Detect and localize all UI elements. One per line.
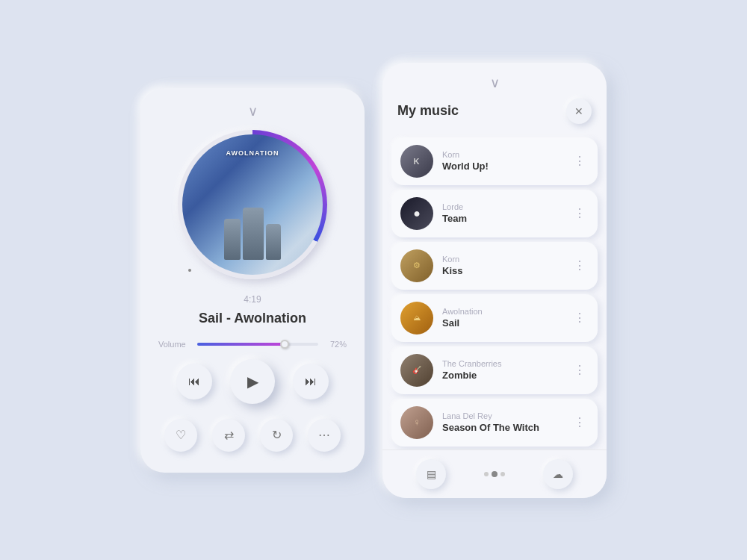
song-info: Awolnation Sail <box>442 307 562 329</box>
song-info: Lorde Team <box>442 202 562 224</box>
song-item[interactable]: ⚙ Korn Kiss ⋮ <box>391 242 598 290</box>
song-artist: Lorde <box>442 202 562 211</box>
song-more-button[interactable]: ⋮ <box>571 360 589 380</box>
album-rocks-decoration <box>224 208 281 260</box>
progress-dot-indicator <box>187 267 193 273</box>
cloud-upload-nav-button[interactable]: ☁ <box>543 459 573 489</box>
next-button[interactable]: ⏭ <box>293 364 329 399</box>
song-item[interactable]: ⛰ Awolnation Sail ⋮ <box>391 294 598 342</box>
song-thumbnail: ⛰ <box>400 302 433 335</box>
song-more-button[interactable]: ⋮ <box>571 203 589 223</box>
song-artist: The Cranberries <box>442 359 562 368</box>
time-display: 4:19 <box>244 294 261 305</box>
list-title: My music <box>397 103 459 119</box>
nav-dot-1 <box>484 472 489 476</box>
song-more-button[interactable]: ⋮ <box>571 151 589 171</box>
action-row: ♡ ⇄ ↻ ⋯ <box>164 419 341 452</box>
album-ring: AWOLNATION <box>178 130 327 279</box>
bottom-nav: ▤ ☁ <box>382 449 607 498</box>
play-button[interactable]: ▶ <box>230 359 275 404</box>
song-thumbnail: ♀ <box>400 406 433 439</box>
prev-button[interactable]: ⏮ <box>176 364 212 399</box>
song-title: Season Of The Witch <box>442 422 562 433</box>
like-button[interactable]: ♡ <box>164 419 197 452</box>
heart-icon: ♡ <box>176 428 186 442</box>
cloud-upload-icon: ☁ <box>553 468 563 480</box>
player-collapse-chevron[interactable]: ∨ <box>248 103 258 119</box>
song-more-button[interactable]: ⋮ <box>571 412 589 432</box>
list-header: My music ✕ <box>382 99 607 134</box>
song-item[interactable]: K Korn World Up! ⋮ <box>391 137 598 185</box>
song-thumbnail: ● <box>400 197 433 230</box>
volume-fill <box>197 343 285 346</box>
song-thumbnail: K <box>400 145 433 178</box>
song-artist: Lana Del Rey <box>442 411 562 420</box>
song-info: The Cranberries Zombie <box>442 359 562 381</box>
song-item[interactable]: ♀ Lana Del Rey Season Of The Witch ⋮ <box>391 399 598 447</box>
equalizer-nav-button[interactable]: ▤ <box>416 459 446 489</box>
close-button[interactable]: ✕ <box>566 99 592 124</box>
song-title: World Up! <box>442 161 562 172</box>
app-container: ∨ AWOLNATION 4:19 Sail - Awolnation Volu… <box>0 0 747 560</box>
more-options-button[interactable]: ⋯ <box>308 419 341 452</box>
volume-thumb[interactable] <box>280 340 289 349</box>
shuffle-icon: ⇄ <box>224 428 234 442</box>
song-list: K Korn World Up! ⋮ ● Lorde Team ⋮ ⚙ Korn… <box>382 134 607 449</box>
rock-3 <box>266 224 281 260</box>
song-title: Kiss <box>442 265 562 276</box>
song-artist: Korn <box>442 255 562 264</box>
play-icon: ▶ <box>247 373 258 391</box>
rock-2 <box>243 208 264 260</box>
song-info: Lana Del Rey Season Of The Witch <box>442 411 562 433</box>
song-item[interactable]: ● Lorde Team ⋮ <box>391 190 598 237</box>
nav-dots <box>484 471 505 477</box>
rock-1 <box>224 219 241 260</box>
repeat-icon: ↻ <box>272 428 282 442</box>
volume-percentage: 72% <box>324 340 347 349</box>
repeat-button[interactable]: ↻ <box>260 419 293 452</box>
volume-row: Volume 72% <box>158 340 347 349</box>
shuffle-button[interactable]: ⇄ <box>212 419 245 452</box>
nav-dot-2 <box>492 471 498 477</box>
list-collapse-chevron[interactable]: ∨ <box>382 75 607 91</box>
song-title: Sail <box>442 317 562 329</box>
nav-dot-3 <box>500 472 505 476</box>
close-icon: ✕ <box>574 105 583 117</box>
volume-label: Volume <box>158 340 191 349</box>
song-artist: Awolnation <box>442 307 562 316</box>
song-title: Team <box>442 213 562 224</box>
song-thumbnail: ⚙ <box>400 249 433 282</box>
album-label: AWOLNATION <box>226 149 279 157</box>
song-item[interactable]: 🎸 The Cranberries Zombie ⋮ <box>391 346 598 394</box>
song-more-button[interactable]: ⋮ <box>571 308 589 328</box>
song-thumbnail: 🎸 <box>400 354 433 387</box>
song-more-button[interactable]: ⋮ <box>571 255 589 276</box>
transport-controls: ⏮ ▶ ⏭ <box>176 359 329 404</box>
next-icon: ⏭ <box>305 375 317 388</box>
song-info: Korn World Up! <box>442 150 562 172</box>
player-card: ∨ AWOLNATION 4:19 Sail - Awolnation Volu… <box>140 88 365 473</box>
volume-track[interactable] <box>197 343 318 346</box>
equalizer-icon: ▤ <box>427 468 436 480</box>
song-artist: Korn <box>442 150 562 159</box>
more-icon: ⋯ <box>318 428 330 442</box>
song-info: Korn Kiss <box>442 255 562 276</box>
music-list-card: ∨ My music ✕ K Korn World Up! ⋮ ● Lorde … <box>382 63 607 498</box>
album-art-wrapper: AWOLNATION <box>178 130 327 279</box>
prev-icon: ⏮ <box>188 375 200 388</box>
song-title: Zombie <box>442 370 562 381</box>
album-inner: AWOLNATION <box>182 134 323 275</box>
track-title: Sail - Awolnation <box>199 311 306 326</box>
